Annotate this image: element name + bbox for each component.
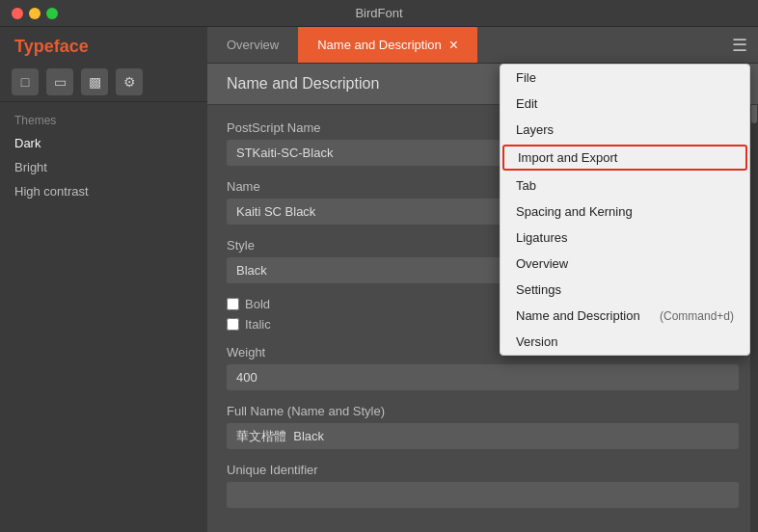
tab-close-icon[interactable]: × — [449, 37, 458, 54]
open-folder-icon: ▭ — [54, 74, 67, 90]
fullname-group: Full Name (Name and Style) — [227, 404, 739, 449]
save-button[interactable]: ▩ — [81, 68, 108, 95]
dropdown-item-file[interactable]: File — [501, 65, 749, 91]
open-folder-button[interactable]: ▭ — [46, 68, 73, 95]
sidebar: Typeface □ ▭ ▩ ⚙ Themes Dark Bright High… — [0, 27, 207, 532]
italic-checkbox[interactable] — [227, 318, 239, 331]
brand-label: Typeface — [0, 27, 207, 63]
themes-label: Themes — [0, 102, 207, 131]
new-file-button[interactable]: □ — [12, 68, 39, 95]
italic-label: Italic — [245, 317, 271, 332]
dropdown-item-spacing-kerning[interactable]: Spacing and Kerning — [501, 199, 749, 225]
maximize-button[interactable] — [46, 8, 58, 19]
dropdown-menu: File Edit Layers Import and Export Tab S… — [500, 64, 750, 356]
dropdown-item-name-description[interactable]: Name and Description (Command+d) — [501, 303, 749, 329]
gear-icon: ⚙ — [123, 74, 136, 90]
unique-id-input[interactable] — [227, 482, 739, 508]
dropdown-item-tab[interactable]: Tab — [501, 173, 749, 199]
dropdown-item-version[interactable]: Version — [501, 329, 749, 355]
main-area: Overview Name and Description × ☰ Name a… — [207, 27, 758, 532]
fullname-label: Full Name (Name and Style) — [227, 404, 739, 418]
unique-id-group: Unique Identifier — [227, 463, 739, 508]
fullname-input[interactable] — [227, 423, 739, 449]
tab-overview[interactable]: Overview — [207, 27, 298, 63]
dropdown-item-layers[interactable]: Layers — [501, 117, 749, 143]
dropdown-item-edit[interactable]: Edit — [501, 91, 749, 117]
hamburger-icon: ☰ — [732, 35, 747, 56]
weight-input[interactable] — [227, 364, 739, 390]
titlebar: BirdFont — [0, 0, 758, 27]
app-body: Typeface □ ▭ ▩ ⚙ Themes Dark Bright High… — [0, 27, 758, 532]
new-file-icon: □ — [21, 74, 29, 90]
app-title: BirdFont — [355, 6, 402, 20]
hamburger-button[interactable]: ☰ — [721, 27, 758, 63]
dropdown-item-settings[interactable]: Settings — [501, 277, 749, 303]
dropdown-item-ligatures[interactable]: Ligatures — [501, 225, 749, 251]
sidebar-icon-bar: □ ▭ ▩ ⚙ — [0, 63, 207, 102]
unique-id-label: Unique Identifier — [227, 463, 739, 477]
sidebar-item-bright[interactable]: Bright — [0, 155, 207, 179]
tab-name-and-description[interactable]: Name and Description × — [298, 27, 477, 63]
dropdown-item-overview[interactable]: Overview — [501, 251, 749, 277]
traffic-lights — [12, 8, 58, 19]
bold-label: Bold — [245, 297, 270, 311]
bold-checkbox[interactable] — [227, 298, 239, 310]
save-icon: ▩ — [89, 74, 101, 90]
close-button[interactable] — [12, 8, 23, 19]
minimize-button[interactable] — [29, 8, 41, 19]
sidebar-item-high-contrast[interactable]: High contrast — [0, 179, 207, 203]
sidebar-item-dark[interactable]: Dark — [0, 131, 207, 155]
dropdown-shortcut-name-description: (Command+d) — [660, 309, 734, 323]
tab-spacer — [477, 27, 721, 63]
settings-button[interactable]: ⚙ — [116, 68, 143, 95]
dropdown-item-import-export[interactable]: Import and Export — [502, 145, 747, 171]
tab-bar: Overview Name and Description × ☰ — [207, 27, 758, 64]
